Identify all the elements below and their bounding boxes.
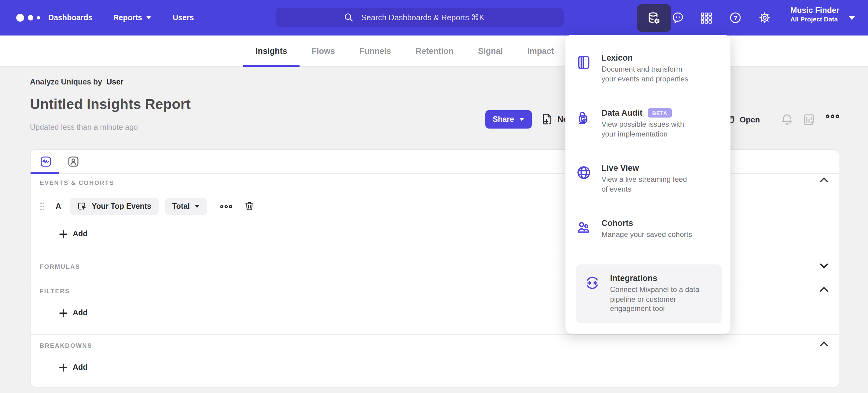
- tab-insights[interactable]: Insights: [243, 35, 300, 66]
- menu-item-title: Cohorts: [601, 219, 633, 228]
- share-button[interactable]: Share: [485, 110, 532, 129]
- nav-reports-label: Reports: [114, 13, 142, 22]
- event-query-row: A Your Top Events Total: [40, 198, 255, 215]
- menu-item-desc: Connect Mixpanel to a data pipeline or c…: [610, 285, 703, 314]
- event-pill-label: Your Top Events: [92, 202, 151, 210]
- settings-button[interactable]: [758, 0, 771, 35]
- page-title[interactable]: Untitled Insights Report: [30, 96, 191, 113]
- menu-item-cohorts[interactable]: Cohorts Manage your saved cohorts: [576, 219, 722, 240]
- collapse-breakdowns-chevron-up-icon[interactable]: [820, 341, 828, 346]
- nav-users-label: Users: [173, 13, 194, 22]
- primary-nav: Dashboards Reports Users: [48, 0, 194, 35]
- feedback-bubble-icon: [671, 11, 685, 25]
- gear-icon: [758, 11, 771, 25]
- plus-icon: [59, 230, 67, 238]
- feedback-button[interactable]: [671, 0, 685, 35]
- beta-badge: BETA: [648, 108, 672, 117]
- caret-down-icon: [519, 117, 524, 121]
- formulas-label: FORMULAS: [40, 263, 81, 270]
- add-event-button[interactable]: Add: [59, 229, 88, 238]
- tab-signal-label: Signal: [478, 46, 503, 55]
- open-button-label: Open: [740, 115, 760, 124]
- add-event-label: Add: [73, 229, 88, 238]
- analyze-value-selector[interactable]: User: [106, 78, 123, 86]
- data-management-icon: [647, 11, 661, 25]
- tab-impact[interactable]: Impact: [515, 35, 566, 66]
- event-selector-pill[interactable]: Your Top Events: [70, 198, 159, 215]
- live-view-globe-icon: [576, 164, 592, 194]
- menu-item-live-view[interactable]: Live View View a live streaming feed of …: [576, 164, 722, 194]
- help-icon: ?: [728, 11, 742, 25]
- add-filter-button[interactable]: Add: [59, 309, 88, 317]
- events-view-tab[interactable]: [40, 156, 52, 168]
- report-type-tabstrip: Insights Flows Funnels Retention Signal …: [0, 35, 868, 67]
- search-input[interactable]: [360, 12, 496, 23]
- event-cursor-icon: [77, 201, 87, 211]
- tab-flows-label: Flows: [312, 46, 335, 55]
- report-tabs: Insights Flows Funnels Retention Signal …: [243, 35, 566, 66]
- expand-formulas-chevron-down-icon[interactable]: [820, 263, 828, 269]
- menu-item-desc: View possible issues with your implement…: [601, 120, 694, 139]
- create-alert-button[interactable]: [781, 113, 794, 126]
- mixpanel-logo-icon[interactable]: [16, 13, 40, 22]
- breakdowns-section: BREAKDOWNS Add: [31, 334, 839, 389]
- caret-down-icon: [146, 16, 152, 20]
- nav-users[interactable]: Users: [173, 13, 194, 22]
- updated-timestamp: Updated less than a minute ago: [30, 123, 138, 132]
- document-plus-icon: [540, 113, 553, 125]
- project-selector[interactable]: Music Finder All Project Data: [790, 5, 839, 24]
- pulse-chart-icon: [40, 156, 52, 168]
- add-to-dashboard-icon: [803, 113, 815, 126]
- drag-handle-icon[interactable]: [40, 202, 44, 210]
- events-cohorts-label: EVENTS & COHORTS: [40, 179, 114, 186]
- analyze-prefix: Analyze Uniques by: [30, 78, 102, 86]
- menu-item-title: Lexicon: [601, 53, 633, 62]
- lexicon-book-icon: [576, 53, 592, 84]
- caret-down-icon: [195, 204, 200, 208]
- top-navigation-bar: Dashboards Reports Users: [0, 0, 868, 35]
- apps-grid-button[interactable]: [700, 0, 713, 35]
- apps-grid-icon: [700, 11, 713, 24]
- breakdowns-label: BREAKDOWNS: [40, 342, 92, 349]
- share-button-label: Share: [493, 115, 514, 124]
- analyze-uniques-row: Analyze Uniques byUser: [30, 78, 123, 86]
- row-more-actions-button[interactable]: [220, 203, 233, 209]
- collapse-filters-chevron-up-icon[interactable]: [820, 286, 828, 292]
- data-audit-lock-icon: [576, 108, 592, 139]
- global-search[interactable]: [276, 8, 564, 27]
- nav-dashboards-label: Dashboards: [48, 13, 93, 22]
- project-name: Music Finder: [790, 5, 839, 16]
- filters-label: FILTERS: [40, 288, 70, 294]
- aggregation-selector-pill[interactable]: Total: [165, 198, 208, 215]
- help-button[interactable]: ?: [728, 0, 742, 35]
- more-actions-button[interactable]: [825, 113, 840, 119]
- project-caret-down-icon[interactable]: [848, 16, 855, 20]
- trash-icon: [244, 201, 255, 212]
- data-management-active-tile[interactable]: [637, 4, 671, 32]
- integrations-sync-icon: [584, 274, 600, 314]
- menu-item-title: Data Audit: [601, 108, 643, 117]
- aggregation-label: Total: [172, 202, 190, 210]
- tab-retention[interactable]: Retention: [403, 35, 466, 66]
- tab-funnels[interactable]: Funnels: [347, 35, 403, 66]
- nav-dashboards[interactable]: Dashboards: [48, 13, 93, 22]
- add-breakdown-button[interactable]: Add: [59, 363, 88, 371]
- add-to-dashboard-button[interactable]: [803, 113, 815, 126]
- menu-item-lexicon[interactable]: Lexicon Document and transform your even…: [576, 53, 722, 84]
- profiles-view-tab[interactable]: [67, 156, 80, 168]
- delete-row-button[interactable]: [244, 201, 255, 212]
- tab-signal[interactable]: Signal: [466, 35, 515, 66]
- menu-item-title: Integrations: [610, 274, 657, 283]
- tab-flows[interactable]: Flows: [300, 35, 347, 66]
- ellipsis-icon: [825, 113, 840, 119]
- ellipsis-icon: [220, 203, 233, 209]
- cohorts-people-icon: [576, 219, 592, 240]
- tab-retention-label: Retention: [416, 46, 454, 55]
- plus-icon: [59, 309, 67, 317]
- collapse-events-chevron-up-icon[interactable]: [820, 177, 828, 183]
- menu-item-data-audit[interactable]: Data Audit BETA View possible issues wit…: [576, 108, 722, 139]
- menu-item-integrations[interactable]: Integrations Connect Mixpanel to a data …: [576, 264, 722, 323]
- series-letter: A: [56, 202, 61, 210]
- tab-funnels-label: Funnels: [360, 46, 391, 55]
- nav-reports[interactable]: Reports: [114, 13, 152, 22]
